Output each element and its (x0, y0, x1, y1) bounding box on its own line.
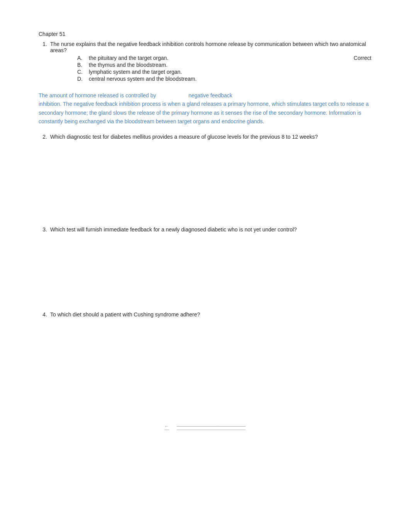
spacer-q3 (39, 234, 371, 304)
question-1-block: 1. The nurse explains that the negative … (39, 41, 371, 82)
spacer-q4 (39, 319, 371, 377)
answer-1d: D. central nervous system and the bloods… (77, 76, 371, 82)
question-3-block: 3. Which test will furnish immediate fee… (39, 226, 371, 304)
answer-1c-letter: C. (77, 69, 86, 75)
feedback-part1: The amount of hormone released is contro… (39, 92, 156, 99)
answer-1c-text: lymphatic system and the target organ. (89, 69, 371, 75)
answer-1a-text: the pituitary and the target organ. (89, 55, 335, 61)
answer-1b-text: the thymus and the bloodstream. (89, 62, 371, 68)
answers-list-1: A. the pituitary and the target organ. C… (77, 55, 371, 82)
feedback-part2: inhibition. The negative feedback inhibi… (39, 101, 369, 124)
feedback-block-1: The amount of hormone released is contro… (39, 91, 371, 126)
bottom-spacer (39, 385, 371, 408)
question-1-text: The nurse explains that the negative fee… (50, 41, 371, 53)
question-2-item: 2. Which diagnostic test for diabetes me… (39, 134, 371, 140)
question-3-item: 3. Which test will furnish immediate fee… (39, 226, 371, 233)
question-1-item: 1. The nurse explains that the negative … (39, 41, 371, 53)
feedback-highlight: negative feedback (188, 92, 232, 99)
spacer-q2 (39, 141, 371, 219)
question-4-text: To which diet should a patient with Cush… (50, 311, 371, 318)
bottom-bar-line: ───────────────────── (177, 423, 246, 430)
answer-1d-text: central nervous system and the bloodstre… (89, 76, 371, 82)
question-4-block: 4. To which diet should a patient with C… (39, 311, 371, 377)
question-3-number: 3. (39, 226, 47, 233)
answer-1a: A. the pituitary and the target organ. C… (77, 55, 371, 61)
chapter-title: Chapter 51 (39, 31, 371, 37)
answer-1d-letter: D. (77, 76, 86, 82)
answer-1c: C. lymphatic system and the target organ… (77, 69, 371, 75)
question-2-block: 2. Which diagnostic test for diabetes me… (39, 134, 371, 219)
question-4-item: 4. To which diet should a patient with C… (39, 311, 371, 318)
answer-1a-correct: Correct (354, 55, 371, 61)
page-container: Chapter 51 1. The nurse explains that th… (0, 0, 410, 461)
question-4-number: 4. (39, 311, 47, 318)
answer-1b: B. the thymus and the bloodstream. (77, 62, 371, 68)
question-3-text: Which test will furnish immediate feedba… (50, 226, 371, 233)
question-2-number: 2. (39, 134, 47, 140)
bottom-bar-arrow[interactable]: ← (164, 423, 169, 430)
bottom-bar: ← ───────────────────── (39, 423, 371, 430)
question-2-text: Which diagnostic test for diabetes melli… (50, 134, 371, 140)
question-1-number: 1. (39, 41, 47, 53)
answer-1a-letter: A. (77, 55, 86, 61)
answer-1b-letter: B. (77, 62, 86, 68)
